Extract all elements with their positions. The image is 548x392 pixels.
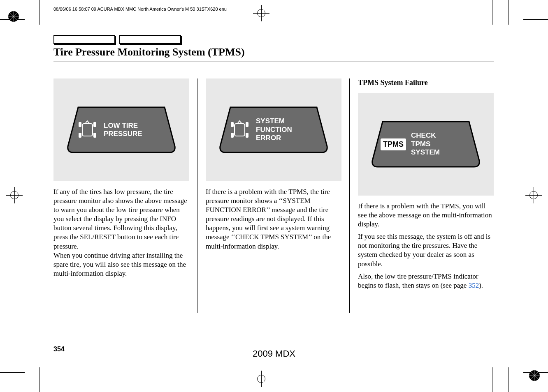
column-1: LOW TIRE PRESSURE If any of the tires ha… xyxy=(53,78,197,293)
columns: LOW TIRE PRESSURE If any of the tires ha… xyxy=(53,78,494,293)
registration-mark-icon xyxy=(253,5,269,21)
display-panel: SYSTEM FUNCTION ERROR xyxy=(206,78,341,181)
car-tires-icon xyxy=(228,120,251,140)
svg-rect-15 xyxy=(235,124,245,136)
paragraph: If any of the tires has low pressure, th… xyxy=(53,187,189,251)
body-text: If there is a problem with the TPMS, the… xyxy=(206,187,341,251)
paragraph: Also, the low tire pressure/TPMS indicat… xyxy=(358,272,494,290)
crop-mark xyxy=(0,372,25,373)
svg-rect-18 xyxy=(231,133,234,138)
crop-mark xyxy=(509,0,509,25)
star-mark-icon xyxy=(528,369,541,382)
paragraph: If there is a problem with the TPMS, you… xyxy=(358,202,494,229)
display-message: LOW TIRE PRESSURE xyxy=(104,122,142,138)
dashboard-display: SYSTEM FUNCTION ERROR xyxy=(218,105,329,154)
footer-model: 2009 MDX xyxy=(0,348,548,359)
svg-rect-19 xyxy=(246,133,248,138)
registration-mark-icon xyxy=(253,371,269,387)
tpms-badge-icon: TPMS xyxy=(381,138,406,150)
body-text: If there is a problem with the TPMS, you… xyxy=(358,202,494,290)
tab-box xyxy=(119,35,181,44)
tab-boxes xyxy=(53,35,494,44)
column-2: SYSTEM FUNCTION ERROR If there is a prob… xyxy=(197,78,350,293)
display-message: SYSTEM FUNCTION ERROR xyxy=(256,117,292,142)
svg-rect-10 xyxy=(82,124,93,136)
tab-box xyxy=(53,35,115,44)
crop-mark xyxy=(39,367,39,392)
star-mark-icon xyxy=(7,10,20,23)
car-tires-icon xyxy=(76,120,99,140)
display-message: CHECK TPMS SYSTEM xyxy=(411,131,440,157)
registration-mark-icon xyxy=(525,187,542,203)
paragraph: If you see this message, the system is o… xyxy=(358,232,494,268)
svg-rect-14 xyxy=(93,133,96,138)
crop-mark xyxy=(523,19,548,20)
paragraph: When you continue driving after installi… xyxy=(53,251,189,278)
section-heading: TPMS System Failure xyxy=(358,78,494,87)
svg-rect-17 xyxy=(246,122,248,127)
crop-mark xyxy=(39,0,39,25)
crop-mark xyxy=(492,367,492,392)
header-metadata: 08/06/06 16:58:07 09 ACURA MDX MMC North… xyxy=(53,7,227,12)
title-rule xyxy=(53,62,494,62)
svg-rect-16 xyxy=(231,122,234,127)
column-3: TPMS System Failure TPMS CHECK TPMS SYST… xyxy=(350,78,494,293)
registration-mark-icon xyxy=(6,187,23,203)
paragraph: If there is a problem with the TPMS, the… xyxy=(206,187,341,251)
crop-mark xyxy=(492,0,492,25)
svg-rect-13 xyxy=(79,133,81,138)
text: Also, the low tire pressure/TPMS indicat… xyxy=(358,272,478,289)
display-panel: TPMS CHECK TPMS SYSTEM xyxy=(358,93,494,196)
dashboard-display: LOW TIRE PRESSURE xyxy=(66,105,177,154)
crop-mark xyxy=(509,367,509,392)
page-title: Tire Pressure Monitoring System (TPMS) xyxy=(53,46,494,58)
dashboard-display: TPMS CHECK TPMS SYSTEM xyxy=(370,120,481,169)
text: ). xyxy=(479,281,483,289)
page-content: Tire Pressure Monitoring System (TPMS) xyxy=(53,35,494,293)
display-panel: LOW TIRE PRESSURE xyxy=(53,78,189,181)
svg-rect-11 xyxy=(79,122,81,127)
page-reference-link[interactable]: 352 xyxy=(469,281,479,289)
body-text: If any of the tires has low pressure, th… xyxy=(53,187,189,278)
svg-rect-12 xyxy=(93,122,96,127)
